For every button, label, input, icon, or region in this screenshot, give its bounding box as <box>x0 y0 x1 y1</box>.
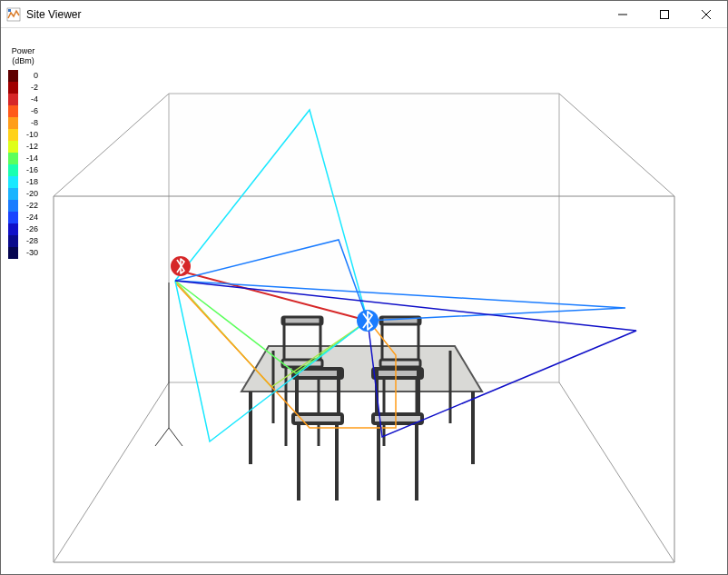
bluetooth-rx-marker[interactable] <box>357 310 379 332</box>
bluetooth-tx-marker[interactable] <box>171 256 191 276</box>
svg-rect-32 <box>373 369 422 378</box>
svg-line-40 <box>155 428 169 446</box>
titlebar: Site Viewer <box>1 1 727 28</box>
scene-3d[interactable] <box>1 28 727 573</box>
app-window: Site Viewer Power (dBm) 0-2-4-6-8-10-12-… <box>0 0 728 575</box>
svg-rect-14 <box>282 317 322 324</box>
window-title: Site Viewer <box>26 8 602 21</box>
svg-rect-1 <box>8 9 11 12</box>
svg-rect-2 <box>661 10 669 18</box>
window-controls <box>602 1 727 27</box>
svg-line-7 <box>559 382 674 562</box>
viewport[interactable]: Power (dBm) 0-2-4-6-8-10-12-14-16-18-20-… <box>1 28 727 574</box>
svg-line-8 <box>54 382 169 562</box>
svg-rect-23 <box>380 360 420 367</box>
app-icon <box>6 7 21 22</box>
maximize-button[interactable] <box>644 1 685 27</box>
svg-line-41 <box>169 428 182 446</box>
close-button[interactable] <box>685 1 727 27</box>
svg-line-5 <box>54 94 169 196</box>
svg-line-6 <box>559 94 674 196</box>
svg-marker-9 <box>241 346 482 392</box>
minimize-button[interactable] <box>602 1 644 27</box>
